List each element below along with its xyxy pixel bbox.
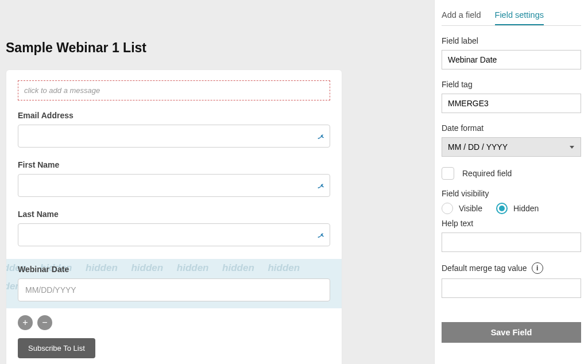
- tab-add-field[interactable]: Add a field: [442, 8, 481, 25]
- builder-canvas: Sample Webinar 1 List click to add a mes…: [0, 0, 434, 364]
- required-checkbox[interactable]: [442, 167, 454, 180]
- settings-tabs: Add a field Field settings: [442, 8, 581, 26]
- minus-icon: −: [42, 317, 47, 328]
- remove-field-button[interactable]: −: [37, 315, 52, 330]
- required-field-label: Required field: [462, 169, 512, 178]
- field-block-email: Email Address: [18, 111, 330, 148]
- help-text-input[interactable]: [442, 233, 581, 252]
- email-input[interactable]: [18, 125, 330, 148]
- subscribe-button[interactable]: Subscribe To List: [18, 338, 95, 358]
- save-field-button[interactable]: Save Field: [442, 322, 581, 343]
- visibility-visible-radio[interactable]: [442, 203, 453, 214]
- field-label-last-name: Last Name: [18, 210, 330, 219]
- field-label-webinar-date: Webinar Date: [18, 265, 330, 274]
- field-block-first-name: First Name: [18, 160, 330, 197]
- field-tag-heading: Field tag: [442, 80, 581, 89]
- webinar-date-input[interactable]: [18, 278, 330, 301]
- date-format-select[interactable]: MM / DD / YYYY: [442, 137, 581, 157]
- add-field-button[interactable]: +: [18, 315, 33, 330]
- runner-icon: [316, 181, 326, 190]
- plus-icon: +: [22, 317, 28, 328]
- default-merge-heading: Default merge tag value: [442, 264, 527, 273]
- form-card: click to add a message Email Address Fir…: [6, 69, 342, 364]
- runner-icon: [316, 230, 326, 239]
- info-icon[interactable]: i: [532, 262, 543, 274]
- add-message-placeholder[interactable]: click to add a message: [18, 80, 330, 100]
- runner-icon: [316, 131, 326, 141]
- last-name-input[interactable]: [18, 223, 330, 246]
- field-control-row: + −: [18, 315, 330, 330]
- visibility-hidden-radio[interactable]: [496, 203, 508, 214]
- field-tag-input[interactable]: [442, 94, 581, 113]
- field-label-first-name: First Name: [18, 160, 330, 169]
- field-label-email: Email Address: [18, 111, 330, 120]
- visibility-hidden-label: Hidden: [513, 204, 539, 213]
- field-label-input[interactable]: [442, 50, 581, 69]
- help-text-heading: Help text: [442, 219, 581, 228]
- default-merge-input[interactable]: [442, 278, 581, 298]
- page-title: Sample Webinar 1 List: [0, 0, 434, 66]
- field-label-heading: Field label: [442, 36, 581, 45]
- visibility-visible-label: Visible: [459, 204, 482, 213]
- field-visibility-heading: Field visibility: [442, 189, 581, 198]
- field-block-webinar-date[interactable]: hidden hidden hidden hidden hidden hidde…: [6, 259, 342, 308]
- settings-panel: Add a field Field settings Field label F…: [434, 0, 588, 364]
- first-name-input[interactable]: [18, 174, 330, 197]
- field-block-last-name: Last Name: [18, 210, 330, 246]
- tab-field-settings[interactable]: Field settings: [495, 8, 544, 25]
- date-format-heading: Date format: [442, 123, 581, 133]
